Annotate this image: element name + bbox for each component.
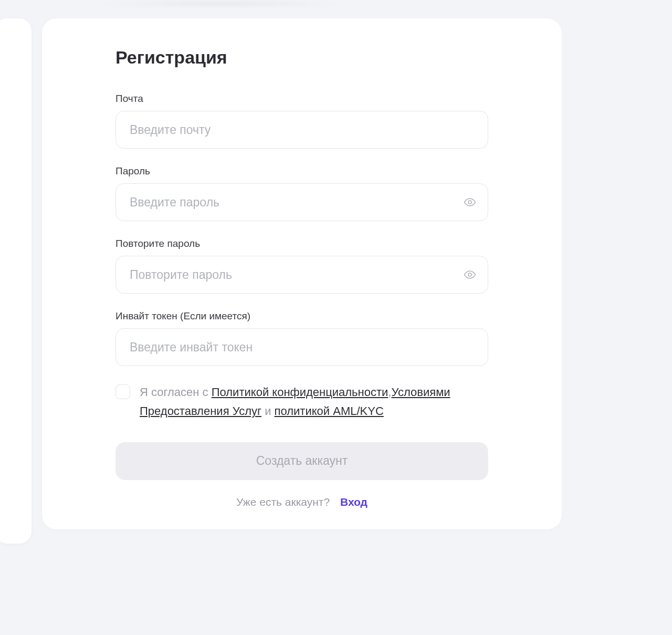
- password-input-wrap: [116, 183, 488, 221]
- footer-row: Уже есть аккаунт? Вход: [116, 496, 488, 508]
- toggle-password-visibility[interactable]: [463, 195, 477, 209]
- consent-sep2: и: [261, 404, 275, 418]
- consent-checkbox[interactable]: [116, 384, 130, 399]
- consent-row: Я согласен с Политикой конфиденциальност…: [116, 383, 488, 421]
- invite-label: Инвайт токен (Если имеется): [116, 310, 488, 322]
- login-link[interactable]: Вход: [340, 496, 368, 508]
- aml-kyc-link[interactable]: политикой AML/KYC: [275, 404, 384, 418]
- password-label: Пароль: [116, 165, 488, 177]
- invite-input-wrap: [116, 328, 488, 366]
- consent-text: Я согласен с Политикой конфиденциальност…: [140, 383, 488, 421]
- header-shadow: [89, 1, 352, 6]
- invite-field[interactable]: [116, 328, 488, 366]
- svg-point-0: [468, 201, 471, 204]
- create-account-button[interactable]: Создать аккаунт: [116, 442, 488, 480]
- email-label: Почта: [116, 93, 488, 105]
- email-input-wrap: [116, 111, 488, 149]
- page-title: Регистрация: [116, 47, 488, 68]
- password-confirm-label: Повторите пароль: [116, 238, 488, 249]
- consent-prefix: Я согласен с: [140, 386, 212, 399]
- svg-point-1: [468, 273, 471, 276]
- footer-prompt: Уже есть аккаунт?: [236, 496, 330, 508]
- privacy-policy-link[interactable]: Политикой конфиденциальности: [212, 386, 388, 399]
- eye-icon: [464, 196, 476, 209]
- password-confirm-input-wrap: [116, 256, 488, 294]
- side-panel: [0, 18, 32, 544]
- password-confirm-field[interactable]: [116, 256, 488, 294]
- password-confirm-group: Повторите пароль: [116, 238, 488, 294]
- toggle-password-confirm-visibility[interactable]: [463, 268, 477, 282]
- password-group: Пароль: [116, 165, 488, 221]
- eye-icon: [464, 268, 476, 281]
- password-field[interactable]: [116, 183, 488, 221]
- email-group: Почта: [116, 93, 488, 149]
- email-field[interactable]: [116, 111, 488, 149]
- invite-group: Инвайт токен (Если имеется): [116, 310, 488, 366]
- registration-card: Регистрация Почта Пароль Повторите парол…: [42, 18, 562, 529]
